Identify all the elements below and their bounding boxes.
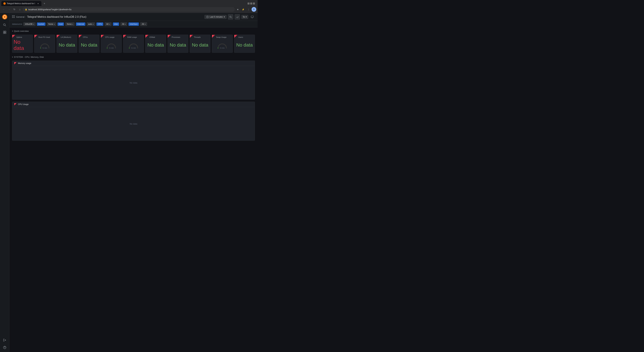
cpu-usage-panel: ! CPU Usage No data xyxy=(12,102,255,141)
root-fs-card-title: Root FS Used xyxy=(38,36,54,38)
quick-overview-cards: ! Uptime No data ! Root FS Used No data xyxy=(12,35,255,53)
cpu-usage-gauge: No data xyxy=(102,39,120,51)
users-card-title: Users xyxy=(238,36,254,38)
sidebar-item-help[interactable] xyxy=(1,344,8,351)
time-picker[interactable]: Last 5 minutes ▾ xyxy=(204,15,226,19)
svg-point-8 xyxy=(3,24,5,26)
new-tab-button[interactable]: + xyxy=(42,1,47,6)
datasource-filter-label: datasource xyxy=(12,23,22,25)
disk-filter-label: disk xyxy=(113,22,119,26)
datasource-value: InfluxDB xyxy=(25,23,32,25)
time-picker-label: Last 5 minutes xyxy=(210,16,223,18)
nav-bar: ← → ↻ ⌂ 🔒 localhost:3000/grafana/?orgId=… xyxy=(0,6,258,13)
svg-text:No data: No data xyxy=(42,47,47,49)
cpu-usage-panel-header: ! CPU Usage xyxy=(12,102,255,107)
users-card-value: No data xyxy=(236,39,254,51)
root-fs-alert-icon: ! xyxy=(35,35,35,37)
cpu-usage-card: ! CPU usage No data xyxy=(101,35,122,53)
window-maximize[interactable] xyxy=(250,2,252,4)
la-medium-card: ! LA (Medium) No data xyxy=(56,35,77,53)
svg-text:No data: No data xyxy=(220,47,225,49)
tv-mode-button[interactable] xyxy=(250,14,255,19)
dashboard-content: ▾ Quick overview ! Uptime No data ! Root… xyxy=(10,27,258,144)
threads-card-value: No data xyxy=(191,39,209,51)
svg-rect-13 xyxy=(5,32,6,34)
grid-menu-icon[interactable] xyxy=(12,15,15,18)
memory-usage-panel-header: ! Memory usage xyxy=(12,61,255,66)
processes-alert-icon: ! xyxy=(168,35,168,37)
interval-filter-label: Interval xyxy=(76,22,85,26)
nav-actions: ★ ⚡ ⋮ G xyxy=(236,7,256,12)
host-value: None xyxy=(67,23,72,25)
tab-close-button[interactable]: ✕ xyxy=(37,2,40,5)
cpu-usage-no-data: No data xyxy=(130,123,137,125)
address-bar[interactable]: 🔒 localhost:3000/grafana/?orgId=1&refres… xyxy=(23,7,235,12)
disk-dropdown[interactable]: All ▾ xyxy=(120,22,127,26)
system-chevron: ▾ xyxy=(12,56,13,58)
refresh-rate-label: 5s xyxy=(243,16,245,18)
interface-dropdown[interactable]: All ▾ xyxy=(140,22,147,26)
svg-rect-17 xyxy=(12,15,13,16)
la-medium-card-value: No data xyxy=(58,39,76,51)
bookmarks-button[interactable]: ★ xyxy=(236,7,240,12)
uptime-card-value: No data xyxy=(14,39,31,51)
threads-card: ! Threads No data xyxy=(190,35,210,53)
tab-bar: Telegraf Metrics dashboard for I ✕ + xyxy=(0,0,258,6)
host-chevron: ▾ xyxy=(72,23,73,25)
memory-usage-panel-title: Memory usage xyxy=(18,62,31,64)
quick-overview-section-header[interactable]: ▾ Quick overview xyxy=(12,29,255,33)
sidebar-item-dashboards[interactable] xyxy=(1,29,8,36)
threads-alert-icon: ! xyxy=(190,35,191,37)
cpu-usage-card-title: CPU usage xyxy=(105,36,120,38)
quick-overview-chevron: ▾ xyxy=(12,30,13,32)
window-close[interactable] xyxy=(253,2,255,4)
uptime-card-title: Uptime xyxy=(16,36,31,38)
breadcrumb-parent[interactable]: General xyxy=(16,15,24,18)
sidebar-item-search[interactable] xyxy=(1,22,8,28)
host-dropdown[interactable]: None ▾ xyxy=(65,22,75,26)
bucket-dropdown[interactable]: None ▾ xyxy=(47,22,56,26)
swap-usage-card: ! Swap Usage No data xyxy=(212,35,232,53)
cpus-card-title: CPUs xyxy=(83,36,98,38)
svg-rect-10 xyxy=(3,31,4,32)
browser-menu-button[interactable]: ⋮ xyxy=(246,7,251,12)
cpu-dropdown[interactable]: All ▾ xyxy=(105,22,111,26)
sidebar-item-signout[interactable] xyxy=(1,337,8,344)
datasource-dropdown[interactable]: InfluxDB ▾ xyxy=(23,22,36,26)
zoom-out-button[interactable] xyxy=(228,14,233,19)
browser-chrome: Telegraf Metrics dashboard for I ✕ + ← →… xyxy=(0,0,258,13)
svg-text:No data: No data xyxy=(131,47,136,49)
svg-rect-11 xyxy=(5,31,6,32)
ram-usage-gauge: No data xyxy=(124,39,142,51)
home-button[interactable]: ⌂ xyxy=(18,7,22,12)
address-lock-icon: 🔒 xyxy=(25,8,27,10)
system-section-header[interactable]: ▾ SYSTEM - CPU, Memory, Disk xyxy=(12,55,255,59)
refresh-rate-picker[interactable]: 5s ▾ xyxy=(241,15,248,19)
forward-button[interactable]: → xyxy=(7,7,12,12)
root-fs-card: ! Root FS Used No data xyxy=(34,35,55,53)
svg-rect-18 xyxy=(14,15,14,16)
refresh-button[interactable] xyxy=(234,14,240,19)
filter-bar: datasource InfluxDB ▾ bucket None ▾ host… xyxy=(10,21,258,27)
bucket-value: None xyxy=(48,23,53,25)
cpu-usage-panel-body: No data xyxy=(12,107,255,141)
interface-value: All xyxy=(142,23,144,25)
users-alert-icon: ! xyxy=(234,35,235,37)
grafana-logo[interactable] xyxy=(2,14,8,19)
ram-usage-alert-icon: ! xyxy=(124,35,124,37)
interval-dropdown[interactable]: auto ▾ xyxy=(87,22,95,26)
reload-button[interactable]: ↻ xyxy=(12,7,17,12)
uptime-card: ! Uptime No data xyxy=(12,35,33,53)
window-minimize[interactable] xyxy=(248,2,250,4)
active-tab[interactable]: Telegraf Metrics dashboard for I ✕ xyxy=(1,1,42,6)
back-button[interactable]: ← xyxy=(1,7,6,12)
extensions-button[interactable]: ⚡ xyxy=(241,7,246,12)
interval-value: auto xyxy=(88,23,92,25)
top-bar-right: Last 5 minutes ▾ xyxy=(204,14,255,19)
refresh-rate-chevron: ▾ xyxy=(246,16,247,18)
profile-button[interactable]: G xyxy=(252,7,256,12)
cpus-card-value: No data xyxy=(80,39,98,51)
host-filter-label: host xyxy=(58,22,64,26)
breadcrumb-current: Telegraf Metrics dashboard for InfluxDB … xyxy=(27,15,86,18)
threads-card-title: Threads xyxy=(194,36,209,38)
